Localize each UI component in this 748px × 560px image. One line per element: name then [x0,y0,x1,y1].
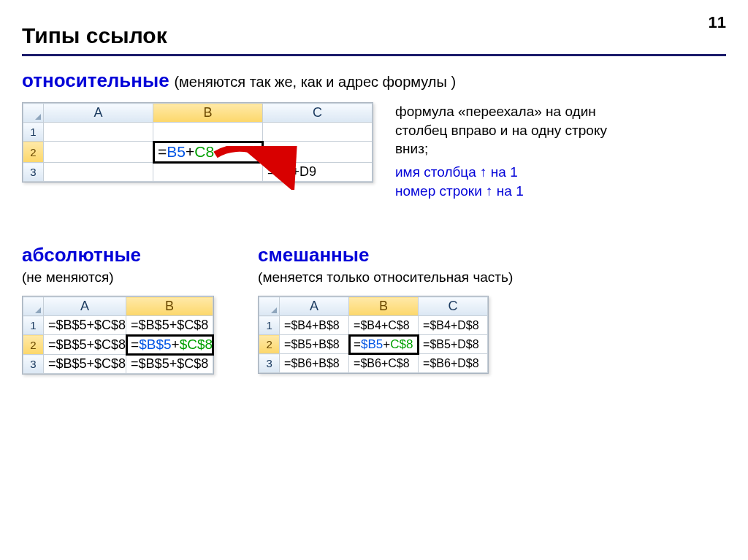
sheet-absolute: A B 1 =$B$5+$C$8 =$B$5+$C$8 2 =$B$5+$C$8… [22,296,214,375]
formula-eq: = [158,143,167,160]
cell-c3[interactable]: =$B6+D$8 [419,354,488,373]
relative-row-note: номер строки на 1 [395,182,636,201]
cell-b1[interactable]: =$B$5+$C$8 [126,316,213,335]
cell-a3[interactable]: =$B6+B$8 [280,354,349,373]
relative-sub: (меняются так же, как и адрес формулы ) [174,74,456,90]
row-header-1[interactable]: 1 [23,123,44,142]
cell-a2[interactable] [44,142,153,163]
select-all-corner[interactable] [259,297,280,316]
formula-eq: = [131,337,139,352]
select-all-corner[interactable] [23,297,44,316]
absolute-label: абсолютные [22,244,214,266]
page-number: 11 [709,13,726,32]
sheet-relative: A B C 1 2 =B5+C8 [22,102,373,183]
relative-column-note: имя столбца на 1 [395,163,636,182]
ref-c8-abs: $C$8 [180,337,213,352]
mixed-label: смешанные [258,244,513,266]
col-note-b: на 1 [487,164,518,180]
sheet-mixed: A B C 1 =$B4+B$8 =$B4+C$8 =$B4+D$8 2 =$B… [258,296,489,374]
col-header-c[interactable]: C [419,297,488,316]
cell-b2-selected[interactable]: =$B$5+$C$8 [126,335,213,355]
relative-label: относительные [22,69,169,91]
relative-explanation: формула «переехала» на один столбец впра… [395,102,636,200]
col-note-a: имя столбца [395,164,480,180]
col-header-b[interactable]: B [153,104,263,123]
cell-b1[interactable]: =$B4+C$8 [349,316,419,335]
ref-c8-mixed: C$8 [390,337,413,351]
cell-a1[interactable]: =$B$5+$C$8 [44,316,126,335]
cell-a1[interactable]: =$B4+B$8 [280,316,349,335]
ref-c8: C8 [194,143,214,160]
col-header-c[interactable]: C [263,104,373,123]
cell-a3[interactable]: =$B$5+$C$8 [44,355,126,374]
slide-title: Типы ссылок [22,23,726,48]
mixed-sub: (меняется только относительная часть) [258,269,513,285]
row-header-2[interactable]: 2 [23,335,44,355]
cell-a1[interactable] [44,123,153,142]
cell-c1[interactable] [263,123,373,142]
absolute-sub: (не меняются) [22,269,214,285]
cell-a2[interactable]: =$B5+B$8 [280,335,349,354]
ref-b5-abs: $B$5 [139,337,171,352]
col-header-b[interactable]: B [126,297,213,316]
formula-plus: + [383,337,390,351]
row-header-1[interactable]: 1 [23,316,44,335]
formula-eq: = [354,337,361,351]
ref-b5-mixed: $B5 [361,337,383,351]
col-header-a[interactable]: A [44,104,153,123]
ref-b5: B5 [167,143,186,160]
cell-b1[interactable] [153,123,263,142]
section-relative-heading: относительные (меняются так же, как и ад… [22,69,726,92]
relative-explanation-line1: формула «переехала» на один столбец впра… [395,102,636,158]
col-header-a[interactable]: A [44,297,126,316]
row-header-3[interactable]: 3 [23,163,44,182]
cell-a2[interactable]: =$B$5+$C$8 [44,335,126,355]
cell-b2-selected[interactable]: =B5+C8 [153,142,263,163]
cell-b3[interactable]: =$B6+C$8 [349,354,419,373]
cell-b3[interactable] [153,163,263,182]
cell-c3[interactable]: =C6+D9 [263,163,373,182]
col-header-b[interactable]: B [349,297,419,316]
formula-plus: + [172,337,180,352]
row-header-3[interactable]: 3 [23,355,44,374]
cell-b3[interactable]: =$B$5+$C$8 [126,355,213,374]
row-note-b: на 1 [493,183,524,199]
row-header-3[interactable]: 3 [259,354,280,373]
row-header-2[interactable]: 2 [23,142,44,163]
col-header-a[interactable]: A [280,297,349,316]
formula-plus: + [186,143,194,160]
row-header-2[interactable]: 2 [259,335,280,354]
title-rule [22,54,726,56]
row-note-a: номер строки [395,183,486,199]
cell-c2[interactable] [263,142,373,163]
row-header-1[interactable]: 1 [259,316,280,335]
cell-c2[interactable]: =$B5+D$8 [419,335,488,354]
up-arrow-icon [486,183,493,199]
cell-c1[interactable]: =$B4+D$8 [419,316,488,335]
cell-a3[interactable] [44,163,153,182]
select-all-corner[interactable] [23,104,44,123]
up-arrow-icon [480,164,487,180]
cell-b2-selected[interactable]: =$B5+C$8 [349,335,419,354]
